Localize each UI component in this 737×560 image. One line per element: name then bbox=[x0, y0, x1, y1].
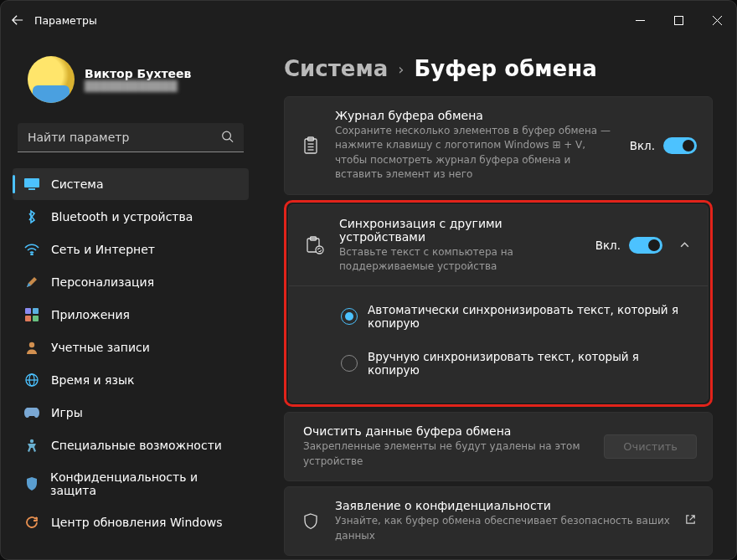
sidebar: Виктор Бухтеев ████████████ СистемаBluet… bbox=[1, 39, 260, 559]
window-title: Параметры bbox=[34, 14, 97, 27]
minimize-button[interactable] bbox=[621, 1, 659, 39]
back-button[interactable] bbox=[1, 1, 34, 39]
close-button[interactable] bbox=[698, 1, 736, 39]
sidebar-item-label: Персонализация bbox=[51, 275, 154, 289]
nav-icon bbox=[24, 209, 39, 224]
sidebar-item-label: Сеть и Интернет bbox=[51, 243, 155, 256]
card-title: Синхронизация с другими устройствами bbox=[339, 217, 582, 244]
profile-block[interactable]: Виктор Бухтеев ████████████ bbox=[8, 49, 254, 118]
nav-icon bbox=[24, 515, 39, 530]
card-sync-devices: Синхронизация с другими устройствами Вст… bbox=[288, 204, 709, 403]
card-clear-data: Очистить данные буфера обмена Закрепленн… bbox=[284, 412, 713, 481]
sidebar-item-label: Конфиденциальность и защита bbox=[50, 470, 237, 497]
sidebar-item-5[interactable]: Учетные записи bbox=[13, 331, 249, 363]
sidebar-item-10[interactable]: Центр обновления Windows bbox=[13, 506, 249, 538]
sidebar-item-3[interactable]: Персонализация bbox=[13, 266, 249, 298]
device-sync-icon bbox=[304, 236, 326, 254]
nav-icon bbox=[24, 307, 39, 322]
card-privacy-statement[interactable]: Заявление о конфиденциальности Узнайте, … bbox=[284, 486, 713, 556]
profile-name: Виктор Бухтеев bbox=[85, 67, 191, 80]
card-title: Заявление о конфиденциальности bbox=[335, 499, 671, 512]
svg-rect-12 bbox=[33, 316, 39, 321]
nav-icon bbox=[24, 242, 39, 257]
titlebar: Параметры bbox=[1, 1, 736, 39]
svg-point-25 bbox=[316, 246, 323, 254]
window-controls bbox=[621, 1, 736, 39]
card-subtitle: Закрепленные элементы не будут удалены н… bbox=[303, 439, 590, 469]
card-title: Очистить данные буфера обмена bbox=[303, 424, 590, 438]
sidebar-item-label: Bluetooth и устройства bbox=[51, 210, 193, 223]
shield-icon bbox=[300, 512, 322, 531]
sidebar-item-2[interactable]: Сеть и Интернет bbox=[13, 234, 249, 265]
nav-icon bbox=[24, 476, 39, 491]
card-title: Журнал буфера обмена bbox=[335, 109, 616, 122]
clear-button[interactable]: Очистить bbox=[604, 434, 697, 459]
svg-rect-1 bbox=[674, 16, 683, 24]
breadcrumb: Система › Буфер обмена bbox=[284, 56, 713, 81]
profile-email: ████████████ bbox=[85, 80, 191, 92]
maximize-button[interactable] bbox=[659, 1, 698, 39]
main-content: Система › Буфер обмена Журнал буфера обм… bbox=[260, 39, 736, 559]
svg-point-13 bbox=[29, 342, 34, 347]
radio-option-manual[interactable]: Вручную синхронизировать текст, который … bbox=[341, 340, 693, 387]
sidebar-item-4[interactable]: Приложения bbox=[13, 299, 249, 331]
svg-line-5 bbox=[229, 138, 233, 141]
svg-rect-6 bbox=[24, 178, 39, 188]
breadcrumb-parent[interactable]: Система bbox=[284, 56, 388, 81]
search-input[interactable] bbox=[18, 123, 244, 152]
radio-label: Вручную синхронизировать текст, который … bbox=[368, 350, 693, 377]
avatar bbox=[28, 56, 75, 103]
card-subtitle: Сохраните несколько элементов в буфер об… bbox=[335, 124, 616, 182]
history-toggle[interactable] bbox=[663, 137, 697, 154]
radio-label: Автоматически синхронизировать текст, ко… bbox=[368, 303, 693, 330]
sidebar-item-label: Специальные возможности bbox=[51, 439, 222, 452]
sidebar-item-8[interactable]: Специальные возможности bbox=[13, 429, 249, 461]
svg-rect-10 bbox=[33, 308, 39, 314]
settings-window: Параметры Виктор Бухтеев ████████████ bbox=[0, 0, 737, 560]
svg-point-17 bbox=[30, 439, 34, 443]
toggle-state-label: Вкл. bbox=[630, 139, 655, 152]
search-icon bbox=[221, 130, 234, 146]
chevron-up-icon[interactable] bbox=[676, 239, 693, 250]
sidebar-item-label: Приложения bbox=[51, 308, 130, 321]
toggle-state-label: Вкл. bbox=[595, 239, 621, 252]
svg-point-8 bbox=[31, 254, 33, 255]
clipboard-list-icon bbox=[300, 136, 322, 155]
nav-icon bbox=[24, 340, 39, 355]
nav-icon bbox=[24, 275, 39, 290]
breadcrumb-current: Буфер обмена bbox=[414, 56, 596, 81]
sidebar-item-label: Время и язык bbox=[51, 373, 134, 387]
nav-icon bbox=[24, 177, 39, 192]
sidebar-item-7[interactable]: Игры bbox=[13, 397, 249, 429]
sync-toggle[interactable] bbox=[629, 237, 662, 254]
svg-rect-11 bbox=[25, 316, 31, 321]
svg-rect-7 bbox=[28, 188, 35, 190]
external-link-icon bbox=[684, 513, 697, 529]
nav-list: СистемаBluetooth и устройстваСеть и Инте… bbox=[8, 167, 254, 539]
sidebar-item-1[interactable]: Bluetooth и устройства bbox=[13, 201, 249, 233]
sidebar-item-label: Игры bbox=[51, 406, 83, 419]
card-subtitle: Вставьте текст с компьютера на поддержив… bbox=[339, 245, 582, 275]
card-clipboard-history: Журнал буфера обмена Сохраните несколько… bbox=[284, 96, 713, 195]
sidebar-item-label: Центр обновления Windows bbox=[51, 516, 222, 529]
nav-icon bbox=[24, 438, 39, 453]
highlight-annotation: Синхронизация с другими устройствами Вст… bbox=[284, 200, 713, 408]
svg-rect-9 bbox=[25, 308, 31, 314]
search-box bbox=[18, 123, 244, 152]
sidebar-item-6[interactable]: Время и язык bbox=[13, 364, 249, 396]
sidebar-item-0[interactable]: Система bbox=[13, 168, 249, 200]
nav-icon bbox=[24, 372, 39, 388]
nav-icon bbox=[24, 405, 39, 420]
card-subtitle: Узнайте, как буфер обмена обеспечивает б… bbox=[335, 514, 671, 543]
sync-options: Автоматически синхронизировать текст, ко… bbox=[289, 285, 708, 402]
chevron-right-icon: › bbox=[398, 60, 404, 78]
svg-point-4 bbox=[223, 131, 231, 140]
radio-icon bbox=[341, 308, 358, 325]
sidebar-item-9[interactable]: Конфиденциальность и защита bbox=[13, 462, 249, 506]
radio-icon bbox=[341, 355, 358, 372]
radio-option-auto[interactable]: Автоматически синхронизировать текст, ко… bbox=[341, 293, 693, 340]
sidebar-item-label: Система bbox=[51, 177, 103, 191]
sidebar-item-label: Учетные записи bbox=[51, 341, 150, 354]
